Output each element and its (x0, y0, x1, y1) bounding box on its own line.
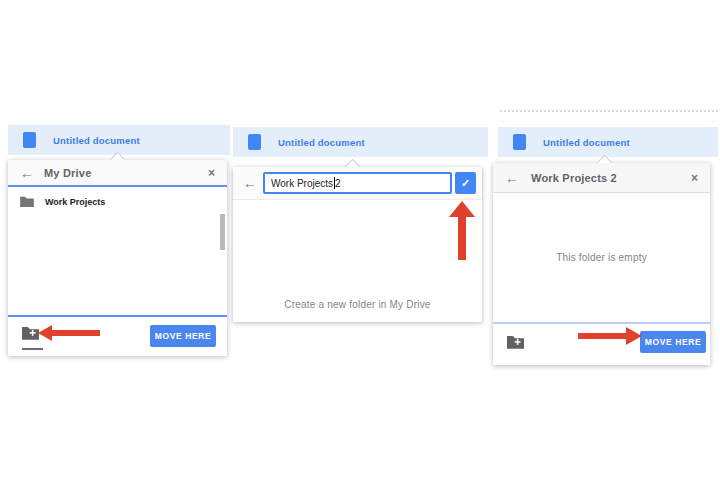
back-arrow-icon[interactable]: ← (243, 176, 257, 190)
folder-name-input[interactable]: Work Projects 2 (263, 172, 452, 194)
close-icon[interactable]: × (208, 166, 215, 180)
folder-icon (20, 196, 34, 207)
dialog-body: Create a new folder in My Drive (233, 200, 482, 322)
google-docs-icon[interactable] (513, 134, 526, 150)
folder-list: Work Projects (8, 187, 227, 315)
folder-name: Work Projects (45, 197, 105, 207)
new-folder-icon[interactable] (507, 335, 524, 349)
new-folder-dialog: ← Work Projects 2 ✓ Create a new folder … (233, 167, 482, 322)
dialog-header: ← Work Projects 2 × (493, 163, 710, 193)
input-text-before-cursor: Work Projects (271, 178, 333, 189)
document-title[interactable]: Untitled document (543, 137, 630, 148)
dialog-header: ← Work Projects 2 ✓ (233, 167, 482, 200)
ruler-dots (500, 110, 718, 112)
dialog-body: This folder is empty (493, 193, 710, 322)
dialog-title: Work Projects 2 (531, 172, 617, 184)
list-item-work-projects[interactable]: Work Projects (8, 187, 227, 216)
dialog-header: ← My Drive × (8, 160, 227, 187)
back-arrow-icon[interactable]: ← (505, 171, 519, 185)
google-docs-icon[interactable] (248, 134, 261, 150)
scrollbar-thumb[interactable] (220, 214, 225, 250)
back-arrow-icon[interactable]: ← (20, 166, 34, 180)
move-here-button[interactable]: MOVE HERE (640, 331, 706, 353)
folder-icon-underline (22, 348, 43, 350)
docs-titlebar: Untitled document (8, 125, 230, 155)
docs-titlebar: Untitled document (498, 127, 718, 157)
google-docs-icon[interactable] (23, 132, 36, 148)
document-title[interactable]: Untitled document (278, 137, 365, 148)
document-title[interactable]: Untitled document (53, 135, 140, 146)
confirm-create-folder-button[interactable]: ✓ (455, 172, 476, 194)
create-folder-hint: Create a new folder in My Drive (233, 299, 482, 310)
tutorial-canvas: Untitled document ← My Drive × Work Proj… (0, 0, 720, 480)
dialog-footer: MOVE HERE (493, 322, 710, 365)
docs-titlebar: Untitled document (233, 127, 488, 157)
move-here-button[interactable]: MOVE HERE (150, 325, 216, 347)
new-folder-icon[interactable] (22, 326, 39, 340)
dialog-title: My Drive (44, 167, 91, 179)
input-text-after-cursor: 2 (335, 178, 341, 189)
empty-folder-text: This folder is empty (556, 252, 647, 263)
close-icon[interactable]: × (691, 171, 698, 185)
